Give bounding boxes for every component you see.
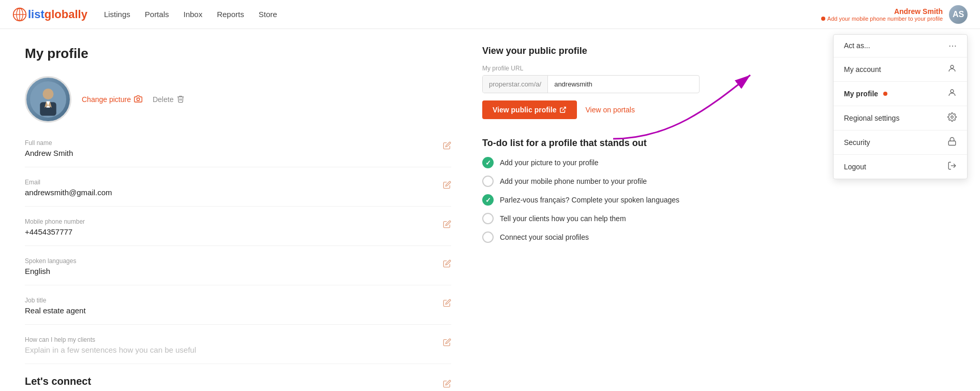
svg-line-16 [562,107,566,110]
lets-connect-section: Let's connect Display your favorite soci… [25,375,451,391]
nav-portals[interactable]: Portals [145,10,169,19]
dropdown-my-profile-label-wrap: My profile [844,90,887,98]
btn-row: View public profile View on portals [482,100,700,119]
logo-globe-icon [12,7,27,22]
url-value: andrewsmith [548,76,699,93]
languages-label: Spoken languages [25,257,76,265]
full-name-value: Andrew Smith [25,149,73,157]
account-icon [947,64,957,75]
nav-listings[interactable]: Listings [104,10,130,19]
edit-email-icon[interactable] [443,181,451,191]
header: listglobally Listings Portals Inbox Repo… [0,0,980,29]
user-info[interactable]: Andrew Smith Add your mobile phone numbe… [821,7,943,22]
todo-check-1 [482,176,494,187]
user-avatar[interactable]: AS [949,5,968,24]
dropdown-security-label: Security [844,138,870,147]
user-subtitle: Add your mobile phone number to your pro… [821,16,943,22]
edit-phone-icon[interactable] [443,220,451,230]
pic-actions: Change picture Delete [82,95,185,105]
external-link-icon [559,106,567,113]
field-phone: Mobile phone number +4454357777 [25,218,451,246]
view-on-portals-button[interactable]: View on portals [585,106,634,114]
todo-text-0: Add your picture to your profile [500,158,599,167]
svg-point-4 [951,65,954,68]
lets-connect-heading: Let's connect [25,375,212,387]
user-name: Andrew Smith [821,7,943,16]
full-name-label: Full name [25,139,73,147]
job-title-label: Job title [25,297,86,304]
right-panel: View your public profile My profile URL … [482,46,700,391]
dropdown-my-profile-label: My profile [844,90,878,98]
header-right: Andrew Smith Add your mobile phone numbe… [821,5,968,24]
avatar-image [30,81,66,118]
edit-full-name-icon[interactable] [443,141,451,152]
dropdown-my-account-label: My account [844,65,881,74]
dropdown-my-profile[interactable]: My profile [834,82,967,106]
email-label: Email [25,179,112,186]
edit-languages-icon[interactable] [443,259,451,270]
profile-pic-section: Change picture Delete [25,76,451,123]
dropdown-regional-settings[interactable]: Regional settings [834,106,967,131]
svg-point-15 [137,98,139,100]
profile-notification-dot [883,92,887,96]
todo-check-0 [482,157,494,168]
todo-box: To-do list for a profile that stands out… [482,138,700,243]
todo-check-4 [482,231,494,243]
security-icon [947,137,957,148]
dropdown-logout-label: Logout [844,163,866,171]
job-title-value: Real estate agent [25,306,86,315]
todo-check-3 [482,213,494,224]
email-value: andrewsmith@gmail.com [25,188,112,197]
field-full-name: Full name Andrew Smith [25,139,451,167]
todo-text-3: Tell your clients how you can help them [500,214,626,223]
change-picture-label: Change picture [82,95,131,104]
languages-value: English [25,267,76,276]
todo-check-2 [482,194,494,206]
public-profile-box: View your public profile My profile URL … [482,46,700,119]
todo-item-1: Add your mobile phone number to your pro… [482,176,700,187]
todo-item-4: Connect your social profiles [482,231,700,243]
view-public-profile-button[interactable]: View public profile [482,100,577,119]
edit-job-title-icon[interactable] [443,299,451,309]
main-content: My profile Change picture [0,29,724,391]
field-job-title: Job title Real estate agent [25,297,451,325]
change-picture-button[interactable]: Change picture [82,95,142,105]
view-public-profile-label: View public profile [493,106,556,114]
nav-inbox[interactable]: Inbox [183,10,202,19]
todo-text-2: Parlez-vous français? Complete your spok… [500,196,679,204]
dropdown-my-account[interactable]: My account [834,57,967,82]
nav-reports[interactable]: Reports [217,10,244,19]
todo-text-4: Connect your social profiles [500,233,589,241]
nav-store[interactable]: Store [259,10,277,19]
camera-icon [134,95,142,105]
dropdown-regional-settings-label: Regional settings [844,114,899,122]
page-title: My profile [25,46,451,62]
settings-icon [947,112,957,124]
url-prefix: properstar.com/a/ [483,76,548,93]
delete-label: Delete [153,95,173,104]
public-profile-title: View your public profile [482,46,700,56]
phone-value: +4454357777 [25,227,85,236]
left-panel: My profile Change picture [25,46,451,391]
svg-rect-7 [948,141,956,145]
dropdown-security[interactable]: Security [834,131,967,155]
todo-title: To-do list for a profile that stands out [482,138,700,149]
url-input-row: properstar.com/a/ andrewsmith [482,75,700,93]
help-clients-value: Explain in a few sentences how you can b… [25,345,196,354]
profile-icon [947,88,957,99]
help-clients-label: How can I help my clients [25,336,196,343]
trash-icon [176,95,185,105]
dropdown-logout[interactable]: Logout [834,155,967,179]
dropdown-act-as[interactable]: Act as... ⋯ [834,35,967,57]
edit-social-icon[interactable] [443,380,451,390]
field-languages: Spoken languages English [25,257,451,285]
svg-point-10 [43,89,54,99]
delete-picture-button[interactable]: Delete [153,95,185,105]
notification-dot [821,17,825,21]
logo[interactable]: listglobally [12,7,87,22]
edit-help-clients-icon[interactable] [443,338,451,349]
act-as-icon: ⋯ [948,41,957,51]
todo-item-0: Add your picture to your profile [482,157,700,168]
logo-text: listglobally [28,8,87,21]
main-nav: Listings Portals Inbox Reports Store [104,10,821,19]
